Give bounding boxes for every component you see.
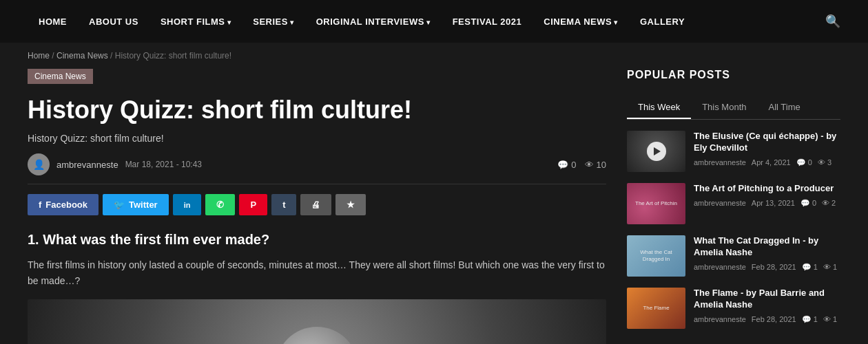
popular-post-title[interactable]: The Flame - by Paul Barrie and Amelia Na… bbox=[694, 288, 840, 311]
popular-post-item: What the Cat Dragged In What The Cat Dra… bbox=[627, 235, 840, 277]
whatsapp-icon: ✆ bbox=[216, 200, 224, 210]
popular-post-info: The Elusive (Ce qui échappe) - by Ely Ch… bbox=[694, 131, 840, 167]
eye-icon: 👁 bbox=[585, 160, 594, 170]
main-layout: Cinema News History Quizz: short film cu… bbox=[0, 69, 868, 344]
popular-post-info: What The Cat Dragged In - by Amelia Nash… bbox=[694, 235, 840, 272]
post-author: ambrevanneste bbox=[694, 263, 746, 271]
share-buttons: f Facebook 🐦 Twitter in ✆ P t 🖨 bbox=[28, 194, 606, 215]
bookmark-icon: ★ bbox=[347, 200, 355, 210]
post-comments: 💬 1 bbox=[802, 263, 818, 272]
twitter-icon: 🐦 bbox=[114, 200, 125, 210]
nav-item-about[interactable]: ABOUT US bbox=[78, 17, 149, 27]
nav-item-series[interactable]: SERIES bbox=[242, 17, 304, 27]
article-image-inner bbox=[28, 299, 606, 344]
post-comments: 💬 0 bbox=[796, 158, 812, 167]
nav-item-cinema-news[interactable]: CINEMA NEWS bbox=[533, 17, 629, 27]
share-tumblr[interactable]: t bbox=[271, 194, 296, 215]
print-icon: 🖨 bbox=[311, 200, 320, 210]
post-date: Feb 28, 2021 bbox=[752, 315, 796, 323]
popular-post-thumbnail[interactable] bbox=[627, 131, 685, 172]
article-subtitle: History Quizz: short film culture! bbox=[28, 133, 606, 144]
view-stat: 👁 10 bbox=[585, 160, 606, 170]
tab-this-week[interactable]: This Week bbox=[627, 96, 691, 119]
facebook-icon: f bbox=[39, 200, 41, 210]
tab-all-time[interactable]: All Time bbox=[757, 96, 811, 119]
post-date: Feb 28, 2021 bbox=[752, 263, 796, 271]
author-date: Mar 18, 2021 - 10:43 bbox=[125, 160, 202, 169]
article-image-circle bbox=[276, 327, 358, 344]
post-comments: 💬 0 bbox=[800, 199, 816, 208]
nav-item-home[interactable]: HOME bbox=[28, 17, 78, 27]
popular-posts-header: POPULAR POSTS bbox=[627, 69, 840, 87]
linkedin-icon: in bbox=[184, 201, 191, 209]
article-title: History Quizz: short film culture! bbox=[28, 95, 606, 125]
nav-items: HOMEABOUT USSHORT FILMSSERIESORIGINAL IN… bbox=[28, 17, 696, 27]
play-button[interactable] bbox=[647, 142, 666, 161]
thumb-label: The Art of Pitchin bbox=[632, 197, 680, 210]
popular-post-meta: ambrevanneste Apr 4, 2021 💬 0 👁 3 bbox=[694, 158, 840, 167]
breadcrumb-home[interactable]: Home bbox=[28, 51, 50, 61]
tumblr-icon: t bbox=[282, 200, 285, 210]
popular-post-info: The Art of Pitching to a Producer ambrev… bbox=[694, 183, 840, 208]
post-author: ambrevanneste bbox=[694, 199, 746, 207]
author-stats: 💬 0 👁 10 bbox=[557, 160, 606, 170]
share-whatsapp[interactable]: ✆ bbox=[205, 194, 235, 215]
popular-post-item: The Art of Pitchin The Art of Pitching t… bbox=[627, 183, 840, 224]
popular-tabs: This Week This Month All Time bbox=[627, 96, 840, 120]
popular-post-info: The Flame - by Paul Barrie and Amelia Na… bbox=[694, 288, 840, 324]
thumb-label: What the Cat Dragged In bbox=[627, 246, 685, 266]
play-triangle-icon bbox=[654, 147, 661, 155]
post-views: 👁 2 bbox=[822, 199, 836, 207]
nav-item-short-films[interactable]: SHORT FILMS bbox=[149, 17, 242, 27]
post-views: 👁 3 bbox=[818, 158, 831, 166]
popular-post-thumbnail[interactable]: The Flame bbox=[627, 288, 685, 329]
comment-icon: 💬 bbox=[557, 160, 568, 170]
post-date: Apr 13, 2021 bbox=[752, 199, 795, 207]
question-heading: 1. What was the first film ever made? bbox=[28, 232, 606, 248]
post-author: ambrevanneste bbox=[694, 158, 746, 166]
share-twitter[interactable]: 🐦 Twitter bbox=[103, 194, 169, 215]
pinterest-icon: P bbox=[250, 200, 256, 210]
post-date: Apr 4, 2021 bbox=[752, 158, 791, 166]
category-badge[interactable]: Cinema News bbox=[28, 69, 93, 84]
share-print[interactable]: 🖨 bbox=[300, 194, 331, 215]
author-name[interactable]: ambrevanneste bbox=[56, 160, 118, 170]
popular-post-item: The Flame The Flame - by Paul Barrie and… bbox=[627, 288, 840, 329]
author-row: 👤 ambrevanneste Mar 18, 2021 - 10:43 💬 0… bbox=[28, 153, 606, 184]
popular-post-meta: ambrevanneste Apr 13, 2021 💬 0 👁 2 bbox=[694, 199, 840, 208]
popular-post-thumbnail[interactable]: What the Cat Dragged In bbox=[627, 235, 685, 277]
view-count: 10 bbox=[597, 160, 606, 170]
comment-stat: 💬 0 bbox=[557, 160, 576, 170]
share-facebook[interactable]: f Facebook bbox=[28, 194, 99, 215]
post-comments: 💬 1 bbox=[802, 315, 818, 324]
popular-post-title[interactable]: What The Cat Dragged In - by Amelia Nash… bbox=[694, 235, 840, 259]
post-author: ambrevanneste bbox=[694, 315, 746, 323]
popular-posts-list: The Elusive (Ce qui échappe) - by Ely Ch… bbox=[627, 131, 840, 329]
popular-post-item: The Elusive (Ce qui échappe) - by Ely Ch… bbox=[627, 131, 840, 172]
nav-item-festival[interactable]: FESTIVAL 2021 bbox=[442, 17, 533, 27]
breadcrumb: Home / Cinema News / History Quizz: shor… bbox=[0, 43, 868, 69]
question-body: The first films in history only lasted a… bbox=[28, 257, 606, 288]
share-pinterest[interactable]: P bbox=[239, 194, 267, 215]
share-bookmark[interactable]: ★ bbox=[335, 194, 366, 215]
article-image bbox=[28, 299, 606, 344]
tab-this-month[interactable]: This Month bbox=[691, 96, 757, 119]
popular-post-meta: ambrevanneste Feb 28, 2021 💬 1 👁 1 bbox=[694, 263, 840, 272]
article: Cinema News History Quizz: short film cu… bbox=[28, 69, 606, 344]
popular-post-title[interactable]: The Elusive (Ce qui échappe) - by Ely Ch… bbox=[694, 131, 840, 154]
post-views: 👁 1 bbox=[823, 263, 837, 271]
popular-post-title[interactable]: The Art of Pitching to a Producer bbox=[694, 183, 840, 195]
breadcrumb-cinema-news[interactable]: Cinema News bbox=[56, 51, 108, 61]
search-icon[interactable]: 🔍 bbox=[825, 14, 840, 29]
share-linkedin[interactable]: in bbox=[173, 194, 202, 215]
popular-post-thumbnail[interactable]: The Art of Pitchin bbox=[627, 183, 685, 224]
comment-count: 0 bbox=[571, 160, 576, 170]
post-views: 👁 1 bbox=[823, 315, 837, 323]
nav-item-original-interviews[interactable]: ORIGINAL INTERVIEWS bbox=[305, 17, 442, 27]
sidebar: POPULAR POSTS This Week This Month All T… bbox=[627, 69, 840, 344]
article-content: 1. What was the first film ever made? Th… bbox=[28, 232, 606, 344]
avatar: 👤 bbox=[28, 153, 50, 175]
nav-item-gallery[interactable]: GALLERY bbox=[629, 17, 696, 27]
main-nav: HOMEABOUT USSHORT FILMSSERIESORIGINAL IN… bbox=[0, 0, 868, 43]
breadcrumb-current: History Quizz: short film culture! bbox=[115, 51, 231, 61]
